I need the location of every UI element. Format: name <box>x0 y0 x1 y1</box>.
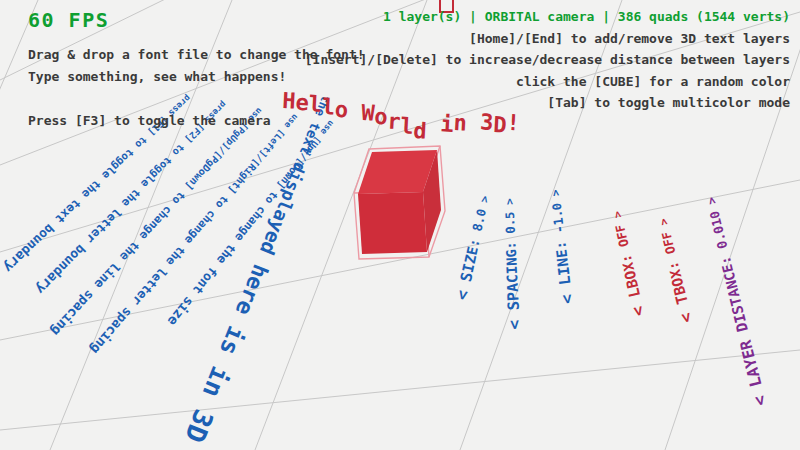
hint-add-remove-layers: [Home]/[End] to add/remove 3D text layer… <box>305 28 790 50</box>
hint-multicolor-mode: [Tab] to toggle multicolor mode <box>305 92 790 114</box>
hint-cube-random-color: click the [CUBE] for a random color <box>305 71 790 93</box>
cube-solid <box>358 150 441 254</box>
cube[interactable] <box>354 146 445 259</box>
app-window: press [F1] to toggle the text boundary p… <box>0 0 800 450</box>
hud-right-panel: 1 layer(s) | ORBITAL camera | 386 quads … <box>305 6 790 114</box>
hint-layer-distance: [Insert]/[Delete] to increase/decrease d… <box>305 49 790 71</box>
fps-counter: 60 FPS <box>28 8 109 32</box>
status-bar: 1 layer(s) | ORBITAL camera | 386 quads … <box>305 6 790 28</box>
